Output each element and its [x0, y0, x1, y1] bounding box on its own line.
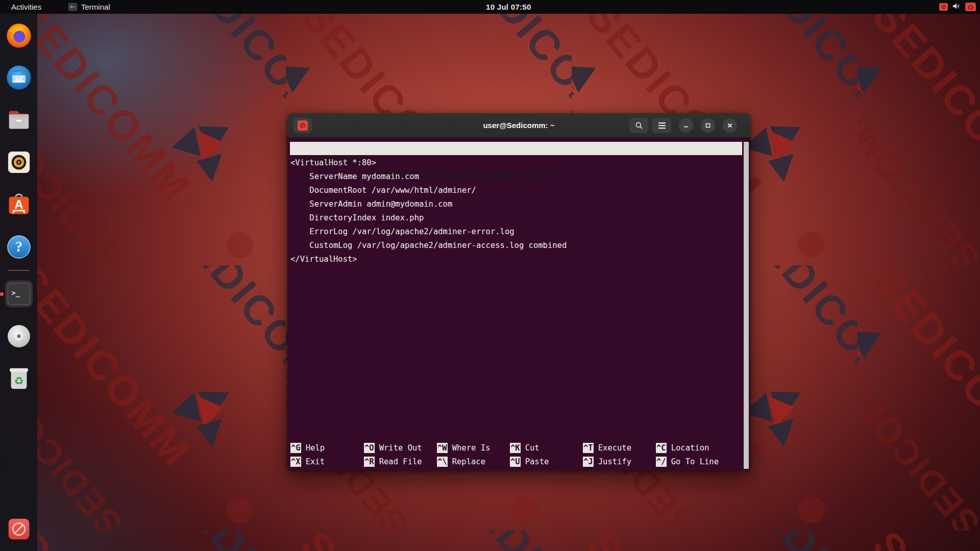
dock-item-disc[interactable] — [4, 321, 34, 351]
system-status-area[interactable] — [939, 0, 976, 14]
svg-text:?: ? — [15, 238, 22, 255]
code-line: CustomLog /var/log/apache2/adminer-acces… — [290, 239, 740, 253]
close-button[interactable] — [723, 118, 737, 133]
code-line: ErrorLog /var/log/apache2/adminer-error.… — [290, 225, 740, 239]
shortcut-read-file: ^RRead File — [364, 455, 437, 468]
shortcut-write-out: ^OWrite Out — [364, 441, 437, 455]
scrollbar[interactable] — [744, 142, 749, 469]
blocked-icon — [6, 516, 32, 542]
terminal-icon: >_ — [4, 280, 34, 308]
screen-record-indicator-icon[interactable] — [939, 3, 948, 11]
shortcut-paste: ^UPaste — [510, 455, 583, 468]
app-menu-terminal[interactable]: >- Terminal — [65, 0, 113, 14]
maximize-button[interactable] — [701, 118, 715, 133]
desktop: SEDICOMM SEDICOMM SEDICOMM — [0, 0, 980, 551]
shortcut-execute: ^TExecute — [583, 441, 656, 455]
thunderbird-icon — [5, 63, 33, 92]
firefox-icon — [5, 21, 33, 49]
rhythmbox-icon — [5, 148, 33, 176]
code-line: DocumentRoot /var/www/html/adminer/ — [290, 184, 740, 197]
ubuntu-software-icon: A — [5, 191, 33, 218]
trash-icon: ♻ — [6, 365, 32, 392]
power-icon[interactable] — [965, 3, 976, 11]
dock: A ? >_ — [0, 14, 37, 551]
svg-text:A: A — [14, 198, 23, 211]
search-button[interactable] — [629, 118, 648, 133]
dock-item-firefox[interactable] — [4, 20, 34, 50]
dock-item-rhythmbox[interactable] — [4, 147, 34, 177]
clock[interactable]: 10 Jul 07:50 — [486, 0, 531, 14]
code-line: </VirtualHost> — [290, 253, 740, 266]
running-indicator — [0, 292, 4, 296]
dock-item-files[interactable] — [4, 105, 34, 135]
shortcut-where-is: ^WWhere Is — [437, 441, 510, 455]
close-icon — [727, 122, 733, 129]
code-line: ServerName mydomain.com — [290, 170, 740, 184]
terminal-window: user@Sedicomm: ~ GNU nano 6.2 /etc/apach… — [287, 113, 750, 470]
minimize-button[interactable] — [679, 118, 693, 133]
code-line: <VirtualHost *:80> — [290, 156, 740, 170]
svg-text:♻: ♻ — [14, 374, 23, 387]
svg-text:>_: >_ — [11, 289, 20, 297]
dock-item-ubuntu-software[interactable]: A — [4, 190, 34, 219]
titlebar[interactable]: user@Sedicomm: ~ — [287, 113, 750, 138]
dock-item-blocked[interactable] — [4, 514, 34, 544]
terminal-content[interactable]: GNU nano 6.2 /etc/apache2/conf-available… — [287, 138, 750, 470]
help-icon: ? — [5, 233, 33, 261]
shortcut-help: ^GHelp — [290, 441, 364, 455]
code-line: DirectoryIndex index.php — [290, 211, 740, 225]
minimize-icon — [683, 122, 689, 129]
dock-item-thunderbird[interactable] — [4, 63, 34, 92]
terminal-app-icon: >- — [68, 3, 77, 11]
files-icon — [5, 106, 33, 134]
nano-titlebar: GNU nano 6.2 /etc/apache2/conf-available… — [290, 142, 742, 155]
top-bar: Activities >- Terminal 10 Jul 07:50 — [0, 0, 980, 14]
maximize-icon — [705, 122, 711, 129]
shortcut-location: ^CLocation — [656, 441, 740, 455]
shortcut-justify: ^JJustify — [583, 455, 656, 468]
scrollbar-thumb[interactable] — [744, 142, 749, 469]
hamburger-icon — [658, 122, 666, 129]
disc-icon — [5, 322, 33, 350]
shortcut-go-to-line: ^/Go To Line — [656, 455, 740, 468]
nano-shortcut-bar: ^GHelp ^OWrite Out ^WWhere Is ^KCut ^TEx… — [290, 441, 740, 468]
dock-item-trash[interactable]: ♻ — [4, 364, 34, 393]
shortcut-replace: ^\Replace — [437, 455, 510, 468]
app-menu-label: Terminal — [81, 3, 110, 11]
volume-icon[interactable] — [952, 3, 961, 11]
menu-button[interactable] — [652, 118, 671, 133]
dock-separator — [8, 270, 30, 271]
code-line: ServerAdmin admin@mydomain.com — [290, 197, 740, 211]
dock-item-terminal[interactable]: >_ — [4, 279, 34, 309]
dock-item-help[interactable]: ? — [4, 232, 34, 262]
shortcut-cut: ^KCut — [510, 441, 583, 455]
activities-button[interactable]: Activities — [7, 0, 45, 14]
nano-buffer[interactable]: <VirtualHost *:80> ServerName mydomain.c… — [290, 156, 740, 266]
shortcut-exit: ^XExit — [290, 455, 364, 468]
search-icon — [635, 121, 643, 130]
